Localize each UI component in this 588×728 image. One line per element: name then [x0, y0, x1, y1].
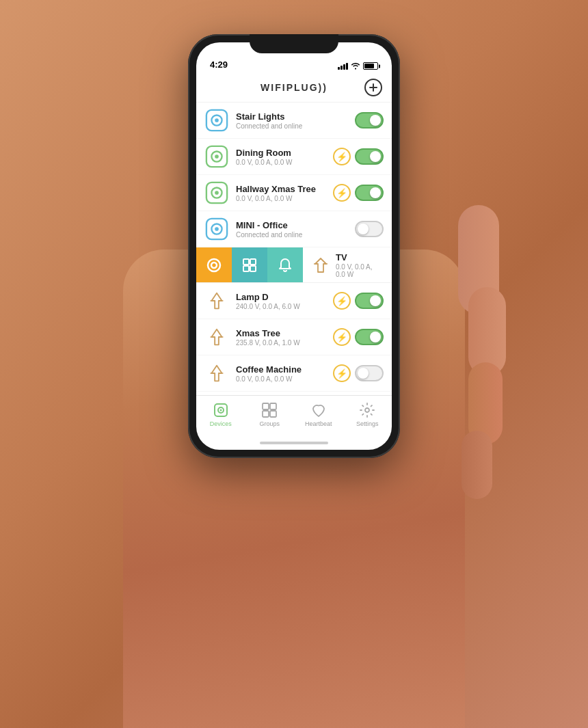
device-name: Xmas Tree — [236, 328, 333, 338]
toggle-hallway-xmas[interactable] — [355, 185, 384, 201]
svg-point-8 — [215, 191, 219, 195]
device-controls: ⚡ — [333, 148, 384, 165]
device-controls: ⚡ — [333, 292, 384, 310]
svg-rect-16 — [243, 266, 249, 271]
device-icon-xmas-tree — [204, 325, 229, 349]
svg-point-2 — [215, 118, 219, 122]
device-controls: ⚡ — [333, 184, 384, 202]
list-item[interactable]: Lamp D 240.0 V, 0.0 A, 6.0 W ⚡ — [196, 283, 392, 319]
nav-label-groups: Groups — [259, 420, 280, 427]
device-icon-coffee-machine — [204, 361, 229, 386]
svg-point-20 — [219, 409, 222, 412]
svg-rect-17 — [250, 266, 256, 271]
filter-row: TV 0.0 V, 0.0 A, 0.0 W — [196, 247, 392, 283]
status-time: 4:29 — [210, 59, 228, 70]
nav-item-devices[interactable]: Devices — [204, 402, 238, 427]
lightning-button-coffee[interactable]: ⚡ — [333, 364, 351, 382]
wifi-icon — [351, 62, 360, 70]
device-icon-lamp-d — [204, 288, 229, 313]
device-info: MINI - Office Connected and online — [236, 220, 355, 239]
home-indicator — [196, 436, 392, 450]
svg-point-5 — [215, 154, 219, 159]
tv-item[interactable]: TV 0.0 V, 0.0 A, 0.0 W — [303, 247, 392, 282]
device-status: 0.0 V, 0.0 A, 0.0 W — [236, 195, 333, 202]
device-name: Lamp D — [236, 292, 333, 302]
svg-point-12 — [208, 259, 220, 271]
nav-icon-heartbeat — [310, 402, 327, 418]
filter-tab-circle[interactable] — [196, 247, 232, 282]
device-icon-dining-room — [204, 144, 229, 169]
device-status: 235.8 V, 0.0 A, 1.0 W — [236, 339, 333, 347]
battery-icon — [363, 62, 378, 70]
nav-icon-groups — [261, 402, 278, 418]
toggle-coffee-machine[interactable] — [355, 365, 384, 381]
list-item[interactable]: Xmas Tree 235.8 V, 0.0 A, 1.0 W ⚡ — [196, 319, 392, 355]
device-controls: ⚡ — [333, 364, 384, 382]
home-bar — [260, 442, 328, 444]
nav-icon-devices — [213, 402, 229, 418]
lightning-button-lamp-d[interactable]: ⚡ — [333, 292, 351, 310]
device-icon-mini-office — [204, 217, 229, 241]
list-item[interactable]: Stair Lights Connected and online — [196, 103, 392, 139]
app-header: WIFIPLUG)) — [196, 72, 392, 103]
svg-rect-23 — [263, 411, 269, 417]
status-icons — [338, 62, 378, 70]
app-logo: WIFIPLUG)) — [260, 82, 328, 93]
device-status: 0.0 V, 0.0 A, 0.0 W — [336, 263, 384, 278]
toggle-dining-room[interactable] — [355, 148, 384, 165]
filter-tab-grid[interactable] — [232, 247, 267, 282]
device-status: 0.0 V, 0.0 A, 0.0 W — [236, 375, 333, 383]
nav-item-settings[interactable]: Settings — [350, 402, 384, 427]
device-icon-stair-lights — [204, 108, 229, 133]
device-name: Dining Room — [236, 148, 333, 158]
toggle-mini-office[interactable] — [355, 221, 384, 237]
svg-point-25 — [365, 408, 369, 412]
svg-rect-22 — [270, 403, 276, 409]
device-controls: ⚡ — [333, 328, 384, 346]
device-status: 0.0 V, 0.0 A, 0.0 W — [236, 159, 333, 166]
device-info: Lamp D 240.0 V, 0.0 A, 6.0 W — [236, 292, 333, 310]
nav-label-heartbeat: Heartbeat — [305, 420, 332, 427]
bottom-nav: Devices Groups — [196, 395, 392, 436]
svg-rect-15 — [250, 259, 256, 265]
device-info: Xmas Tree 235.8 V, 0.0 A, 1.0 W — [236, 328, 333, 347]
scene: 4:29 — [0, 0, 588, 728]
device-controls — [355, 221, 384, 237]
device-name: MINI - Office — [236, 220, 355, 230]
device-status: Connected and online — [236, 231, 355, 239]
svg-point-11 — [215, 227, 219, 231]
svg-rect-24 — [270, 411, 276, 417]
nav-item-groups[interactable]: Groups — [252, 402, 286, 427]
filter-tab-bell[interactable] — [267, 247, 303, 282]
lightning-button-hallway[interactable]: ⚡ — [333, 184, 351, 202]
phone-notch — [250, 34, 338, 53]
device-status: Connected and online — [236, 122, 355, 130]
list-item[interactable]: Hallway Xmas Tree 0.0 V, 0.0 A, 0.0 W ⚡ — [196, 175, 392, 211]
device-list: Stair Lights Connected and online — [196, 103, 392, 395]
nav-label-settings: Settings — [356, 420, 379, 427]
nav-label-devices: Devices — [210, 420, 232, 427]
device-name: Hallway Xmas Tree — [236, 184, 333, 194]
list-item[interactable]: Dining Room 0.0 V, 0.0 A, 0.0 W ⚡ — [196, 139, 392, 175]
device-name: Coffee Machine — [236, 364, 333, 375]
device-icon-hallway-xmas — [204, 180, 229, 205]
toggle-stair-lights[interactable] — [355, 112, 384, 129]
list-item[interactable]: MINI - Office Connected and online — [196, 211, 392, 247]
phone-shell: 4:29 — [188, 34, 400, 458]
toggle-xmas-tree[interactable] — [355, 329, 384, 345]
device-info: TV 0.0 V, 0.0 A, 0.0 W — [336, 252, 384, 278]
signal-icon — [338, 63, 348, 70]
device-name: TV — [336, 252, 384, 262]
svg-rect-14 — [243, 259, 249, 265]
device-status: 240.0 V, 0.0 A, 6.0 W — [236, 303, 333, 310]
svg-rect-21 — [263, 403, 269, 409]
lightning-button-dining[interactable]: ⚡ — [333, 148, 351, 165]
list-item[interactable]: Coffee Machine 0.0 V, 0.0 A, 0.0 W ⚡ — [196, 355, 392, 392]
toggle-lamp-d[interactable] — [355, 293, 384, 309]
lightning-button-xmas-tree[interactable]: ⚡ — [333, 328, 351, 346]
add-button[interactable] — [364, 79, 382, 96]
nav-item-heartbeat[interactable]: Heartbeat — [302, 402, 336, 427]
device-info: Coffee Machine 0.0 V, 0.0 A, 0.0 W — [236, 364, 333, 383]
phone-screen: 4:29 — [196, 42, 392, 450]
nav-icon-settings — [359, 402, 375, 418]
